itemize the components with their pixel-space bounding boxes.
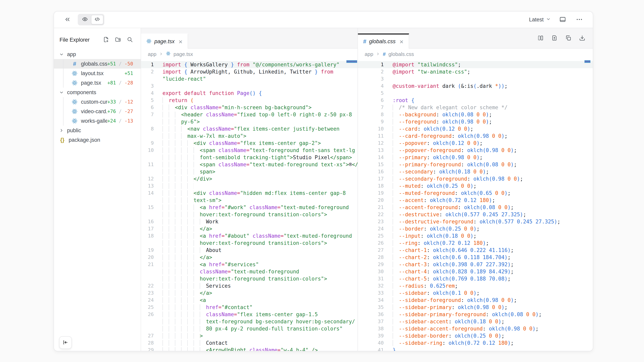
scrollbar-indicator[interactable] — [346, 60, 357, 63]
code-icon — [94, 16, 100, 23]
tab-label: globals.css — [369, 38, 396, 45]
search-files-button[interactable] — [126, 36, 133, 43]
line-content: --card: oklch(0.12 0 0); — [393, 125, 474, 132]
line-content: Contact — [162, 340, 228, 347]
line-content: --popover-foreground: oklch(0.98 0 0); — [393, 147, 517, 154]
tree-file-layout.tsx[interactable]: layout.tsx+51 — [54, 69, 141, 78]
line-number: 12 — [141, 175, 154, 182]
tree-file-page.tsx[interactable]: page.tsx+81 / -28 — [54, 78, 141, 88]
split-view-button[interactable] — [536, 34, 544, 42]
line-content: } — [393, 347, 396, 351]
breadcrumb-item[interactable]: globals.css — [388, 51, 414, 57]
line-number: 8 — [141, 125, 154, 132]
code-editor-page[interactable]: 1import { WorksGallery } from "@/compone… — [141, 60, 358, 351]
new-file-button[interactable] — [102, 36, 109, 43]
line-number: 3 — [141, 82, 154, 90]
line-number: 39 — [358, 332, 384, 340]
line-content: @custom-variant dark (&:is(.dark *)); — [393, 82, 508, 90]
tree-folder-components[interactable]: components — [54, 88, 141, 97]
tab-label: page.tsx — [154, 38, 174, 45]
code-line: 20 </a> — [141, 254, 358, 261]
line-number: 41 — [358, 347, 384, 351]
line-number: 11 — [141, 161, 154, 168]
tree-file-works-galler-[interactable]: works-galler…+24 / -13 — [54, 116, 141, 126]
code-line: hover:text-foreground transition-colors"… — [141, 275, 358, 282]
tree-folder-public[interactable]: public — [54, 126, 141, 135]
more-options-button[interactable] — [574, 15, 584, 24]
code-line: 40 --sidebar-ring: oklch(0.72 0.12 180); — [358, 340, 593, 347]
line-number: 36 — [358, 311, 384, 318]
breadcrumb-item[interactable]: page.tsx — [174, 51, 193, 57]
double-chevron-left-icon — [64, 16, 71, 23]
tree-folder-app[interactable]: app — [54, 49, 141, 59]
tab-page[interactable]: page.tsx× — [141, 33, 188, 48]
code-line: 19 --muted-foreground: oklch(0.65 0 0); — [358, 190, 593, 197]
line-content: --chart-3: oklch(0.398 0.07 227.392); — [393, 261, 514, 268]
diff-removed: -50 — [124, 61, 133, 67]
diff-removed: -28 — [124, 80, 133, 86]
line-number — [141, 154, 154, 161]
line-number: 37 — [358, 318, 384, 325]
new-folder-button[interactable] — [114, 36, 121, 43]
line-number: 11 — [358, 132, 384, 140]
file-label: custom-curs… — [81, 99, 107, 105]
line-content: 80 px-4 py-2 rounded-full transition-col… — [162, 325, 343, 332]
line-content: max-w-7xl mx-auto"> — [162, 132, 246, 140]
tab-globals[interactable]: #globals.css× — [358, 33, 409, 48]
line-content: <a href="#about" className="text-muted-f… — [162, 232, 352, 240]
diff-stats: +33 / -12 — [107, 99, 133, 105]
chevron-right-icon — [159, 51, 163, 57]
code-line: text-foreground bg-secondary hover:bg-se… — [141, 318, 358, 325]
line-number: 21 — [141, 261, 154, 268]
collapse-sidebar-button[interactable] — [59, 336, 72, 349]
line-content: text-sm"> — [162, 197, 222, 204]
tree-file-video-card.tsx[interactable]: video-card.tsx+76 / -27 — [54, 107, 141, 116]
line-number: 2 — [141, 68, 154, 75]
line-number — [141, 211, 154, 218]
preview-toggle-button[interactable] — [79, 15, 91, 24]
file-type-icon — [72, 80, 78, 86]
breadcrumb-item[interactable]: app — [365, 51, 373, 57]
code-line: 33 --sidebar: oklch(0.1 0 0); — [358, 290, 593, 297]
close-icon[interactable]: × — [400, 38, 404, 45]
line-content: import { WorksGallery } from "@/componen… — [162, 61, 340, 68]
file-diff-button[interactable] — [550, 34, 558, 42]
line-content: @import "tw-animate-css"; — [393, 68, 470, 75]
line-content: <span className="text-foreground font-sa… — [162, 147, 355, 154]
code-line: 29 --chart-3: oklch(0.398 0.07 227.392); — [358, 261, 593, 268]
download-button[interactable] — [578, 34, 586, 42]
line-content — [162, 182, 194, 190]
line-content: :root { — [393, 97, 414, 104]
line-content: <a href="#services" — [162, 261, 259, 268]
diff-removed: -27 — [124, 109, 133, 114]
diff-removed: -12 — [124, 99, 133, 105]
tree-file-package.json[interactable]: {}package.json — [54, 135, 141, 145]
line-content: --destructive-foreground: oklch(0.577 0.… — [393, 218, 560, 225]
line-number: 15 — [358, 161, 384, 168]
line-content: </a> — [162, 225, 212, 232]
line-number: 6 — [358, 97, 384, 104]
line-number: 23 — [141, 290, 154, 297]
code-line: className="text-muted-foreground — [141, 268, 358, 275]
scrollbar-indicator[interactable] — [584, 60, 590, 63]
version-dropdown[interactable]: Latest — [529, 17, 551, 23]
close-icon[interactable]: × — [178, 38, 182, 45]
code-editor-globals[interactable]: 1@import "tailwindcss";2@import "tw-anim… — [358, 60, 593, 351]
file-label: components — [67, 89, 96, 95]
breadcrumb-item[interactable]: app — [148, 51, 156, 57]
tree-file-custom-curs-[interactable]: custom-curs…+33 / -12 — [54, 97, 141, 107]
collapse-panel-button[interactable] — [63, 15, 72, 24]
code-line: 16 Work — [141, 218, 358, 225]
tree-file-globals.css[interactable]: #globals.css+51 / -50 — [54, 59, 141, 69]
code-toggle-button[interactable] — [91, 15, 103, 24]
line-number: 28 — [358, 254, 384, 261]
line-number: 24 — [358, 225, 384, 232]
line-number: 21 — [358, 204, 384, 211]
code-line: 30 --chart-4: oklch(0.828 0.189 84.429); — [358, 268, 593, 275]
copy-button[interactable] — [564, 34, 572, 42]
line-content: --destructive: oklch(0.577 0.245 27.325)… — [393, 211, 526, 218]
panel-layout-button[interactable] — [558, 15, 568, 24]
chevron-down-icon — [546, 17, 551, 23]
line-content: --foreground: oklch(0.98 0 0); — [393, 118, 492, 125]
code-line: 29 <ArrowUpRight className="w-4 h-4" /> — [141, 347, 358, 351]
